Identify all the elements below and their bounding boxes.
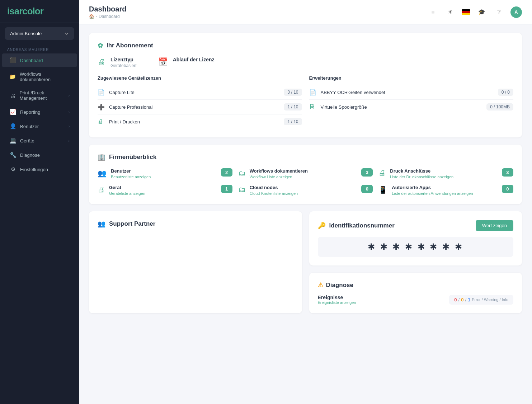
warning-count: 0: [461, 297, 463, 302]
subscription-card-title: ✿ Ihr Abonnement: [98, 42, 513, 50]
user-avatar[interactable]: A: [510, 6, 522, 18]
license-top: 🖨 Lizenztyp Gerätebasiert 📅 Ablauf der L…: [98, 57, 513, 68]
spooler-label: Virtuelle Spoolergröße: [321, 104, 367, 110]
druck-count: 3: [502, 168, 513, 177]
help-icon[interactable]: ?: [493, 6, 505, 18]
subscription-icon: ✿: [98, 42, 103, 50]
apps-count: 0: [502, 185, 513, 193]
reporting-icon: 📈: [9, 109, 17, 115]
spooler-count: 0 / 100MB: [486, 103, 513, 111]
extensions-section: Erweiterungen 📄 ABBYY OCR-Seiten verwend…: [309, 75, 514, 129]
license-type-value: Gerätebasiert: [110, 63, 137, 68]
druck-link[interactable]: Liste der Druckanschlüsse anzeigen: [390, 175, 453, 179]
dashboard-icon: ⬛: [9, 57, 17, 64]
geraet-link[interactable]: Geräteliste anzeigen: [109, 191, 145, 196]
sidebar-item-reporting[interactable]: 📈 Reporting ›: [2, 105, 77, 119]
assigned-licenses-section: Zugewiesene Gerätelizenzen 📄 Capture Lit…: [98, 75, 302, 129]
logo-text: isarcolor: [7, 6, 72, 17]
print-drucken-label: Print / Drucken: [109, 119, 140, 125]
sidebar-item-einstellungen[interactable]: ⚙ Einstellungen: [2, 163, 77, 176]
license-row-capture-professional: ➕ Capture Professional 1 / 10: [98, 100, 302, 114]
user-section-label: ANDREAS MAUERER: [0, 44, 79, 53]
apps-link[interactable]: Liste der autorisierten Anwendungen anze…: [392, 191, 473, 196]
logo: isarcolor: [0, 0, 79, 23]
license-type-item: 🖨 Lizenztyp Gerätebasiert: [98, 57, 137, 68]
einstellungen-icon: ⚙: [9, 166, 17, 173]
sidebar-item-label: Benutzer: [20, 124, 39, 129]
chevron-right-icon: ›: [69, 125, 70, 128]
sidebar-item-dashboard[interactable]: ⬛ Dashboard: [2, 53, 77, 67]
count-label: Error / Warning / Info: [472, 297, 508, 302]
print-icon: 🖨: [9, 93, 16, 99]
info-count: 1: [468, 297, 470, 302]
workflows-overview-icon: 🗂: [238, 169, 245, 177]
topbar-right: ≡ ☀ 🎓 ? A: [427, 6, 522, 18]
cloud-title: Cloud nodes: [250, 185, 298, 190]
ereignisse-row: Ereignisse Ereignisliste anzeigen 0 / 0 …: [318, 295, 514, 305]
breadcrumb: 🏠 - Dashboard: [89, 14, 126, 19]
sidebar-item-benutzer[interactable]: 👤 Benutzer ›: [2, 119, 77, 133]
topbar-left: Dashboard 🏠 - Dashboard: [89, 5, 126, 19]
sidebar-item-label: Print-/Druck Management: [19, 90, 68, 101]
benutzer-link[interactable]: Benutzerliste anzeigen: [111, 175, 151, 179]
sidebar-item-diagnose[interactable]: 🔧 Diagnose: [2, 148, 77, 162]
company-item-geraet: 🖨 Gerät Geräteliste anzeigen 1: [98, 185, 232, 196]
extensions-label: Erweiterungen: [309, 75, 514, 81]
license-row-print: 🖨 Print / Drucken 1 / 10: [98, 114, 302, 129]
support-icon: 👥: [98, 220, 105, 228]
admin-konsole-button[interactable]: Admin-Konsole: [5, 27, 74, 40]
sidebar-item-label: Dashboard: [20, 58, 43, 63]
geraete-icon: 💻: [9, 137, 17, 144]
license-expiry-label: Ablauf der Lizenz: [173, 57, 215, 62]
print-drucken-icon: 🖨: [98, 118, 105, 125]
ereignisse-label: Ereignisse: [318, 295, 356, 300]
abbyy-count: 0 / 0: [498, 89, 513, 96]
capture-lite-label: Capture Lite: [109, 90, 135, 95]
geraet-title: Gerät: [109, 185, 145, 190]
ereignisse-link[interactable]: Ereignisliste anzeigen: [318, 300, 356, 305]
support-partner-title: 👥 Support Partner: [98, 220, 293, 228]
topbar: Dashboard 🏠 - Dashboard ≡ ☀ 🎓 ? A: [79, 0, 532, 24]
chevron-right-icon: ›: [69, 139, 70, 143]
benutzer-overview-icon: 👥: [98, 169, 107, 178]
benutzer-title: Benutzer: [111, 168, 151, 174]
company-overview-card: 🏢 Firmenüberblick 👥 Benutzer Benutzerlis…: [89, 145, 522, 204]
right-column: 🔑 Identifikationsnummer Wert zeigen ✱ ✱ …: [309, 211, 522, 313]
error-count: 0: [454, 297, 457, 302]
id-header: 🔑 Identifikationsnummer Wert zeigen: [318, 220, 514, 231]
sidebar-item-label: Geräte: [20, 138, 34, 144]
spooler-icon: 🗄: [309, 104, 316, 110]
workflows-link[interactable]: Workflow Liste anzeigen: [250, 175, 308, 179]
language-flag-icon[interactable]: [462, 9, 470, 15]
bottom-row: 👥 Support Partner 🔑 Identifikationsnumme…: [89, 211, 522, 313]
sidebar-item-label: Einstellungen: [20, 167, 48, 172]
license-details: Zugewiesene Gerätelizenzen 📄 Capture Lit…: [98, 75, 513, 129]
graduation-icon[interactable]: 🎓: [476, 6, 488, 18]
cloud-link[interactable]: Cloud-Knotenliste anzeigen: [250, 191, 298, 196]
company-grid: 👥 Benutzer Benutzerliste anzeigen 2 🗂 Wo…: [98, 168, 513, 196]
subscription-card: ✿ Ihr Abonnement 🖨 Lizenztyp Gerätebasie…: [89, 33, 522, 137]
wert-zeigen-button[interactable]: Wert zeigen: [476, 220, 513, 231]
company-item-benutzer: 👥 Benutzer Benutzerliste anzeigen 2: [98, 168, 232, 179]
print-drucken-count: 1 / 10: [284, 118, 302, 125]
druck-title: Druck Anschlüsse: [390, 168, 453, 174]
capture-lite-icon: 📄: [98, 89, 105, 96]
sidebar-item-print[interactable]: 🖨 Print-/Druck Management ›: [2, 86, 77, 104]
sidebar-item-geraete[interactable]: 💻 Geräte ›: [2, 134, 77, 147]
identification-title: 🔑 Identifikationsnummer: [318, 222, 395, 230]
theme-icon[interactable]: ☀: [444, 6, 456, 18]
license-expiry-item: 📅 Ablauf der Lizenz: [158, 57, 215, 68]
extension-row-spooler: 🗄 Virtuelle Spoolergröße 0 / 100MB: [309, 100, 514, 114]
sidebar: isarcolor Admin-Konsole ANDREAS MAUERER …: [0, 0, 79, 404]
menu-icon[interactable]: ≡: [427, 6, 439, 18]
extension-row-abbyy: 📄 ABBYY OCR-Seiten verwendet 0 / 0: [309, 85, 514, 100]
geraet-overview-icon: 🖨: [98, 185, 105, 194]
capture-lite-count: 0 / 10: [284, 89, 302, 96]
workflows-count: 3: [361, 168, 373, 177]
sidebar-item-workflows[interactable]: 📁 Workflows dokumentieren: [2, 68, 77, 86]
benutzer-icon: 👤: [9, 123, 17, 130]
cloud-count: 0: [361, 185, 373, 193]
sidebar-item-label: Diagnose: [20, 152, 40, 158]
breadcrumb-home-icon: 🏠: [89, 14, 94, 19]
identification-card: 🔑 Identifikationsnummer Wert zeigen ✱ ✱ …: [309, 211, 522, 266]
